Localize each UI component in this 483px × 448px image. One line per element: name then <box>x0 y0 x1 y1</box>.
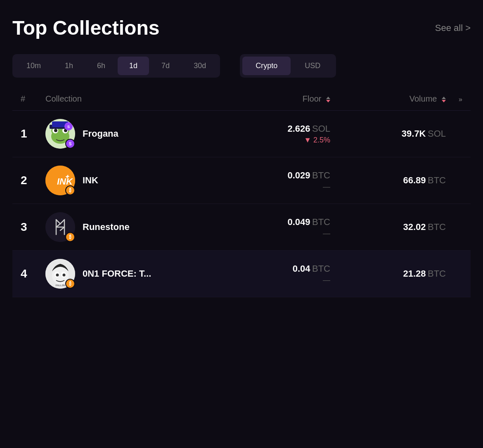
svg-text:✦: ✦ <box>64 173 70 180</box>
col-expand: » <box>446 94 462 104</box>
chain-badge-3: ₿ <box>65 232 75 242</box>
floor-change-2: — <box>215 183 330 191</box>
tab-crypto[interactable]: Crypto <box>242 57 291 75</box>
rank-4: 4 <box>21 267 45 280</box>
collections-table: # Collection Floor Volume » <box>12 94 471 297</box>
col-volume: Volume <box>330 94 446 104</box>
svg-point-28 <box>63 274 66 277</box>
floor-value-2: 0.029 BTC <box>215 170 330 181</box>
floor-col-4: 0.04 BTC — <box>215 263 330 284</box>
tab-7d[interactable]: 7d <box>150 57 181 75</box>
avatar-container-2: INK ✦ ₿ <box>45 166 75 195</box>
see-all-button[interactable]: See all > <box>435 23 471 33</box>
collection-info-1: S S Frogana <box>45 119 215 149</box>
tab-30d[interactable]: 30d <box>182 57 218 75</box>
avatar-container-1: S S <box>45 119 75 149</box>
sort-down-icon-2 <box>442 100 446 102</box>
floor-col-2: 0.029 BTC — <box>215 170 330 191</box>
collection-info-2: INK ✦ ₿ INK <box>45 166 215 195</box>
sort-up-icon <box>326 97 330 99</box>
volume-col-4: 21.28 BTC <box>330 268 446 279</box>
tab-10m[interactable]: 10m <box>15 57 52 75</box>
rank-2: 2 <box>21 174 45 187</box>
floor-change-3: — <box>215 229 330 238</box>
page-header: Top Collections See all > <box>12 17 471 39</box>
svg-point-6 <box>54 129 57 132</box>
floor-change-1: ▼ 2.5% <box>215 136 330 145</box>
currency-tabs-group: Crypto USD <box>240 54 336 78</box>
volume-sort-icon <box>442 97 446 102</box>
time-tabs-group: 10m 1h 6h 1d 7d 30d <box>12 54 220 78</box>
collection-info-4: FALL3N ₿ 0N1 FORCE: T... <box>45 259 215 289</box>
collection-info-3: ₿ Runestone <box>45 212 215 242</box>
avatar-container-4: FALL3N ₿ <box>45 259 75 289</box>
tab-6h[interactable]: 6h <box>85 57 117 75</box>
svg-point-27 <box>56 274 59 277</box>
volume-col-1: 39.7K SOL <box>330 128 446 139</box>
rank-1: 1 <box>21 127 45 140</box>
svg-text:S: S <box>67 125 70 129</box>
filter-row: 10m 1h 6h 1d 7d 30d Crypto USD <box>12 54 471 78</box>
collection-name-4: 0N1 FORCE: T... <box>83 268 151 279</box>
col-floor: Floor <box>215 94 330 104</box>
sort-up-icon-2 <box>442 97 446 99</box>
floor-value-4: 0.04 BTC <box>215 263 330 274</box>
volume-col-3: 32.02 BTC <box>330 222 446 232</box>
sort-down-icon <box>326 100 330 102</box>
chain-badge-2: ₿ <box>65 185 75 195</box>
col-rank: # <box>21 94 45 104</box>
tab-1h[interactable]: 1h <box>53 57 85 75</box>
table-row[interactable]: 4 <box>12 251 471 297</box>
page-title: Top Collections <box>12 17 159 39</box>
floor-change-4: — <box>215 276 330 284</box>
chain-badge-4: ₿ <box>65 279 75 289</box>
expand-icon: » <box>459 96 462 103</box>
floor-col-3: 0.049 BTC — <box>215 217 330 238</box>
collection-name-3: Runestone <box>83 222 130 232</box>
table-row[interactable]: 2 INK ✦ ₿ INK 0.029 BTC <box>12 157 471 204</box>
table-row[interactable]: 1 <box>12 111 471 157</box>
collection-name-2: INK <box>83 175 98 186</box>
floor-col-1: 2.626 SOL ▼ 2.5% <box>215 123 330 145</box>
floor-value-3: 0.049 BTC <box>215 217 330 228</box>
tab-1d[interactable]: 1d <box>118 57 149 75</box>
table-row[interactable]: 3 <box>12 204 471 251</box>
chain-badge-1: S <box>65 139 75 149</box>
tab-usd[interactable]: USD <box>291 57 334 75</box>
col-collection: Collection <box>45 94 215 104</box>
collection-name-1: Frogana <box>83 128 118 139</box>
avatar-container-3: ₿ <box>45 212 75 242</box>
volume-col-2: 66.89 BTC <box>330 175 446 186</box>
rank-3: 3 <box>21 220 45 234</box>
table-header: # Collection Floor Volume » <box>12 94 471 111</box>
floor-value-1: 2.626 SOL <box>215 123 330 134</box>
svg-text:FALL3N: FALL3N <box>56 284 65 287</box>
floor-sort-icon <box>326 97 330 102</box>
